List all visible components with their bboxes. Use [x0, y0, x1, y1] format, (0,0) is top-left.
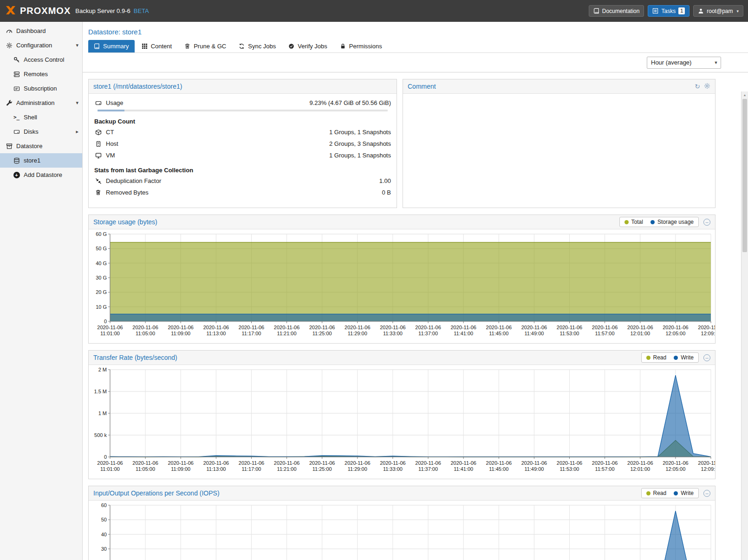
scrollbar-thumb[interactable] — [742, 99, 747, 252]
usage-value: 9.23% (4.67 GiB of 50.56 GiB) — [309, 99, 391, 106]
legend-item-total[interactable]: Total — [624, 219, 643, 225]
svg-text:2020-11-06: 2020-11-06 — [627, 460, 653, 466]
svg-text:11:17:00: 11:17:00 — [241, 331, 261, 336]
caret-down-icon[interactable]: ▾ — [76, 42, 78, 48]
svg-text:2020-11-06: 2020-11-06 — [663, 325, 688, 330]
collapse-icon[interactable]: – — [703, 490, 710, 497]
sidebar-item-datastore[interactable]: Datastore — [0, 139, 82, 153]
beta-link[interactable]: BETA — [134, 7, 149, 14]
user-menu-button[interactable]: root@pam ▾ — [693, 5, 743, 17]
tab-prune-gc[interactable]: Prune & GC — [179, 40, 232, 52]
tab-bar: Summary Content Prune & GC Sync Jobs Ver… — [88, 40, 748, 53]
svg-text:11:33:00: 11:33:00 — [383, 466, 403, 472]
legend-item-write[interactable]: Write — [674, 490, 694, 496]
sidebar-item-add-datastore[interactable]: + Add Datastore — [0, 168, 82, 182]
svg-text:11:41:00: 11:41:00 — [454, 331, 473, 336]
sidebar-item-configuration[interactable]: Configuration ▾ — [0, 38, 82, 52]
svg-text:12:05:00: 12:05:00 — [665, 331, 685, 336]
svg-text:2020-11-06: 2020-11-06 — [239, 325, 264, 330]
svg-text:10 G: 10 G — [96, 304, 107, 310]
sidebar-item-subscription[interactable]: Subscription — [0, 81, 82, 96]
sidebar-item-store1[interactable]: store1 — [0, 153, 82, 168]
svg-text:0: 0 — [104, 454, 107, 460]
svg-text:2020-11-06: 2020-11-06 — [415, 325, 441, 330]
scroll-up-icon[interactable]: ▲ — [741, 91, 748, 98]
svg-text:2020-11-06: 2020-11-06 — [592, 460, 618, 466]
sidebar-item-remotes[interactable]: Remotes — [0, 67, 82, 81]
sidebar-item-administration[interactable]: Administration ▾ — [0, 96, 82, 110]
iops-chart-panel: Input/Output Operations per Second (IOPS… — [88, 486, 715, 560]
sync-icon — [239, 43, 245, 49]
tab-permissions[interactable]: Permissions — [334, 40, 388, 52]
collapse-icon[interactable]: – — [703, 354, 710, 361]
tab-summary[interactable]: Summary — [88, 40, 135, 52]
svg-text:60: 60 — [101, 502, 107, 508]
svg-text:30: 30 — [101, 546, 107, 552]
chart-legend: Read Write — [641, 352, 699, 363]
gear-icon[interactable] — [704, 83, 710, 90]
tab-content[interactable]: Content — [136, 40, 178, 52]
svg-text:60 G: 60 G — [96, 231, 107, 237]
main-content: Datastore: store1 Summary Content Prune … — [83, 22, 748, 560]
collapse-icon[interactable]: – — [703, 219, 710, 226]
svg-text:0: 0 — [104, 319, 107, 324]
tab-verify-jobs[interactable]: Verify Jobs — [283, 40, 333, 52]
chart-title: Transfer Rate (bytes/second) — [93, 354, 177, 361]
sidebar-item-dashboard[interactable]: Dashboard — [0, 24, 82, 38]
documentation-button[interactable]: Documentation — [589, 5, 644, 17]
svg-text:2020-11-06: 2020-11-06 — [450, 325, 476, 330]
legend-item-write[interactable]: Write — [674, 354, 694, 361]
svg-text:20 G: 20 G — [96, 289, 107, 295]
caret-right-icon[interactable]: ▸ — [76, 129, 78, 135]
vertical-scrollbar[interactable]: ▲ — [741, 91, 748, 560]
svg-text:2 M: 2 M — [98, 367, 107, 372]
svg-text:11:49:00: 11:49:00 — [524, 466, 544, 472]
svg-text:2020-11-06: 2020-11-06 — [97, 460, 123, 466]
chart-legend: Total Storage usage — [619, 217, 699, 227]
svg-text:1.5 M: 1.5 M — [94, 389, 107, 394]
tachometer-icon — [5, 28, 13, 34]
svg-text:2020-11-06: 2020-11-06 — [345, 460, 370, 466]
svg-text:11:09:00: 11:09:00 — [171, 331, 190, 336]
legend-item-read[interactable]: Read — [646, 490, 667, 496]
svg-text:2020-11-06: 2020-11-06 — [415, 460, 441, 466]
svg-text:11:13:00: 11:13:00 — [206, 331, 226, 336]
lock-icon — [340, 43, 346, 49]
book-icon — [94, 43, 100, 49]
svg-text:11:49:00: 11:49:00 — [524, 331, 544, 336]
legend-dot — [624, 220, 629, 224]
wrench-icon — [5, 100, 13, 106]
svg-text:11:01:00: 11:01:00 — [100, 331, 120, 336]
legend-dot — [674, 356, 678, 360]
svg-text:2020-11-06: 2020-11-06 — [698, 325, 715, 330]
svg-text:11:29:00: 11:29:00 — [348, 331, 367, 336]
transfer-rate-chart-panel: Transfer Rate (bytes/second) Read Write … — [88, 350, 715, 479]
svg-text:11:17:00: 11:17:00 — [241, 466, 261, 472]
sidebar-item-access-control[interactable]: Access Control — [0, 52, 82, 67]
sidebar-item-disks[interactable]: Disks ▸ — [0, 124, 82, 139]
svg-text:11:33:00: 11:33:00 — [383, 331, 403, 336]
reload-icon[interactable]: ↻ — [695, 83, 700, 90]
monitor-icon — [94, 152, 102, 159]
tab-sync-jobs[interactable]: Sync Jobs — [233, 40, 281, 52]
svg-text:2020-11-06: 2020-11-06 — [557, 460, 582, 466]
tasks-button[interactable]: Tasks 1 — [648, 5, 689, 17]
svg-text:12:05:00: 12:05:00 — [665, 466, 685, 472]
svg-text:2020-11-06: 2020-11-06 — [203, 460, 229, 466]
timeframe-select[interactable]: Hour (average) ▼ — [647, 57, 721, 69]
svg-text:2020-11-06: 2020-11-06 — [203, 325, 229, 330]
svg-text:11:09:00: 11:09:00 — [171, 466, 190, 472]
chart-toolbar: Hour (average) ▼ — [83, 53, 748, 72]
backup-count-heading: Backup Count — [89, 114, 397, 126]
svg-text:11:37:00: 11:37:00 — [418, 331, 438, 336]
svg-text:2020-11-06: 2020-11-06 — [168, 325, 193, 330]
datastore-summary-panel: store1 (/mnt/datastores/store1) Usage 9.… — [88, 79, 397, 208]
caret-down-icon[interactable]: ▾ — [76, 100, 78, 106]
scroll-area: store1 (/mnt/datastores/store1) Usage 9.… — [83, 72, 748, 560]
sidebar-item-shell[interactable]: >_ Shell — [0, 110, 82, 124]
svg-text:500 k: 500 k — [94, 432, 107, 438]
legend-dot — [650, 220, 655, 224]
legend-item-read[interactable]: Read — [646, 354, 667, 361]
svg-text:2020-11-06: 2020-11-06 — [239, 460, 264, 466]
legend-item-storage-usage[interactable]: Storage usage — [650, 219, 694, 225]
